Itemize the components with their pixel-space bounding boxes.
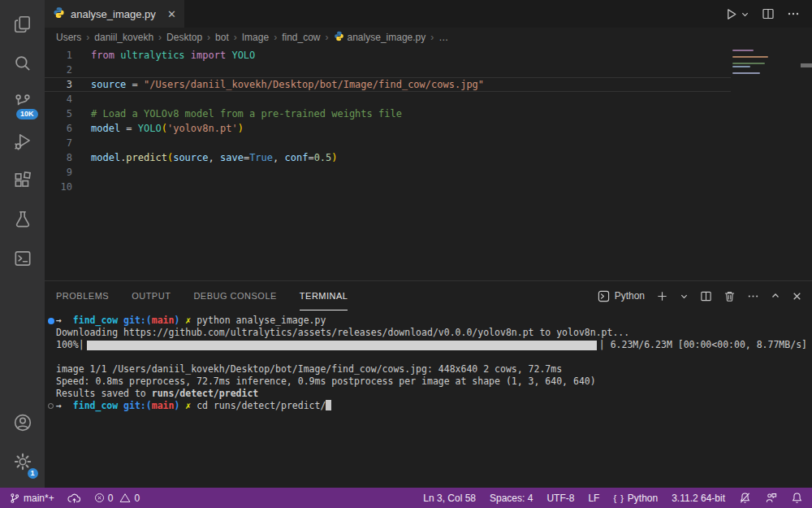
minimap-line [732,50,754,51]
close-panel-icon[interactable] [792,291,802,302]
minimap-line [732,72,760,74]
maximize-panel-chevron-icon[interactable] [771,291,780,301]
download-progress-bar [87,341,597,350]
breadcrumb-item[interactable]: bot [215,32,229,43]
python-interpreter-status[interactable]: 3.11.2 64-bit [672,493,725,504]
code-text: # Load a YOLOv8 model from a pre-trained… [91,106,402,121]
notifications-button[interactable] [791,492,803,504]
breadcrumb: Users› daniil_kovekh› Desktop› bot› Imag… [45,28,812,46]
panel-tabs: PROBLEMSOUTPUTDEBUG CONSOLETERMINAL [56,281,348,310]
code-line-10[interactable]: 10 [45,180,731,194]
tab-analyse-image[interactable]: analyse_image.py ✕ [45,0,184,28]
split-editor-icon[interactable] [762,7,775,20]
line-number: 2 [45,63,72,77]
code-line-3[interactable]: 3source = "/Users/daniil_kovekh/Desktop/… [45,77,731,92]
command-decoration-success-icon[interactable] [48,318,54,324]
cloud-upload-icon [67,493,81,504]
new-terminal-icon[interactable] [656,290,668,302]
terminal-text: → [56,400,73,411]
breadcrumb-item[interactable]: daniil_kovekh [94,32,153,43]
breadcrumb-separator: › [158,32,162,43]
testing-icon[interactable] [3,200,42,239]
terminal-text: Results saved to [56,388,152,399]
terminal-line: image 1/1 /Users/daniil_kovekh/Desktop/b… [56,363,807,376]
run-python-file-button[interactable] [724,7,738,21]
code-line-9[interactable]: 9 [45,165,731,180]
terminal-text: git:( [123,400,152,411]
line-number: 4 [45,92,72,106]
breadcrumb-item[interactable]: find_cow [282,32,320,43]
tab-title: analyse_image.py [71,8,156,20]
eol-label: LF [588,493,599,504]
breadcrumb-item[interactable]: Image [242,32,269,43]
terminal-output[interactable]: → find_cow git:(main) ✗ python analyse_i… [45,310,812,488]
command-decoration-pending-icon[interactable] [48,403,54,409]
settings-badge: 1 [28,468,38,479]
panel-header: PROBLEMSOUTPUTDEBUG CONSOLETERMINAL Pyth… [45,281,812,310]
indentation-status[interactable]: Spaces: 4 [490,493,533,504]
panel-tab-terminal[interactable]: TERMINAL [300,281,348,310]
panel-tab-problems[interactable]: PROBLEMS [56,281,109,310]
kill-terminal-trash-icon[interactable] [723,290,736,302]
status-bar: main*+ 0 0 Ln 3, Col 58 Spaces: 4 UTF-8 … [0,488,812,508]
tab-close-icon[interactable]: ✕ [167,9,176,20]
code-line-6[interactable]: 6model = YOLO('yolov8n.pt') [45,121,731,136]
breadcrumb-item[interactable]: Users [56,32,81,43]
publish-changes-button[interactable] [67,493,81,504]
terminal-line: Results saved to runs/detect/predict [56,388,807,400]
source-control-badge: 10K [16,109,38,119]
panel-more-actions-icon[interactable] [747,290,759,302]
code-line-1[interactable]: 1from ultralytics import YOLO [45,48,731,63]
code-line-8[interactable]: 8model.predict(source, save=True, conf=0… [45,150,731,165]
encoding-status[interactable]: UTF-8 [546,493,574,504]
terminal-text: Speed: 0.8ms preprocess, 72.7ms inferenc… [56,376,596,387]
line-number: 8 [45,150,72,165]
warning-count: 0 [134,493,140,504]
terminal-text: main [152,315,175,326]
explorer-icon[interactable] [3,5,42,44]
source-control-icon[interactable]: 10K [3,83,42,122]
line-number: 10 [45,180,72,194]
code-line-4[interactable]: 4 [45,92,731,106]
feedback-button[interactable] [765,492,777,504]
breadcrumb-file-label: analyse_image.py [348,32,426,43]
do-not-disturb-button[interactable] [739,492,751,504]
terminal-text: find_cow [73,315,123,326]
run-debug-icon[interactable] [3,122,42,161]
code-line-7[interactable]: 7 [45,136,731,150]
code-line-2[interactable]: 2 [45,63,731,77]
code-line-5[interactable]: 5# Load a YOLOv8 model from a pre-traine… [45,106,731,121]
terminal-line [56,351,807,363]
more-actions-icon[interactable] [787,7,800,20]
terminal-text: ) [174,315,185,326]
accounts-icon[interactable] [3,403,42,442]
panel-tab-output[interactable]: OUTPUT [132,281,171,310]
encoding-label: UTF-8 [546,493,574,504]
settings-gear-icon[interactable]: 1 [3,442,42,481]
tab-bar: analyse_image.py ✕ [45,0,812,28]
git-branch-status[interactable]: main*+ [9,493,54,504]
breadcrumb-item[interactable]: Desktop [166,32,202,43]
extensions-icon[interactable] [3,161,42,200]
terminal-shell-selector[interactable]: Python [598,290,645,302]
search-icon[interactable] [3,44,42,83]
split-terminal-icon[interactable] [700,290,712,302]
terminal-text: Downloading https://github.com/ultralyti… [56,327,629,338]
minimap[interactable] [732,50,770,74]
activity-bar: 10K [0,0,45,488]
error-count: 0 [108,493,114,504]
terminal-line: Downloading https://github.com/ultralyti… [56,327,807,339]
breadcrumb-item-file[interactable]: analyse_image.py [334,31,426,44]
problems-status[interactable]: 0 0 [94,493,140,504]
breadcrumb-item-more[interactable]: … [438,32,448,43]
cursor-position-status[interactable]: Ln 3, Col 58 [423,493,476,504]
code-editor[interactable]: 1from ultralytics import YOLO23source = … [45,46,812,280]
language-mode-status[interactable]: { } Python [613,493,658,504]
python-version-label: 3.11.2 64-bit [672,493,725,504]
terminal-panel-icon[interactable] [3,239,42,278]
terminal-dropdown-chevron-icon[interactable] [680,292,689,301]
eol-status[interactable]: LF [588,493,599,504]
run-dropdown-chevron-icon[interactable] [741,10,749,19]
minimap-line [732,63,765,64]
panel-tab-debug-console[interactable]: DEBUG CONSOLE [193,281,276,310]
